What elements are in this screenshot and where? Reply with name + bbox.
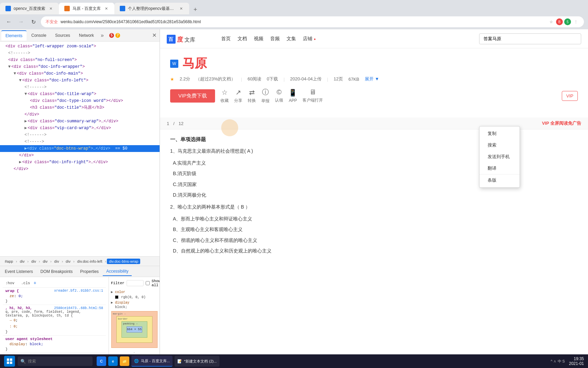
star-icon: ★ xyxy=(170,77,174,82)
nav-store[interactable]: 店铺 ● xyxy=(303,34,316,43)
start-button[interactable] xyxy=(4,356,15,367)
selector-ua: user agent stylesheet xyxy=(5,337,53,341)
devtools-more-button[interactable]: » xyxy=(99,32,106,39)
dom-line[interactable]: </div> xyxy=(0,111,160,118)
taskbar-chrome[interactable]: C xyxy=(97,356,106,366)
tab-elements[interactable]: Elements xyxy=(1,30,27,41)
tab-close-3[interactable]: ✕ xyxy=(178,6,184,11)
dom-line[interactable]: <div class="left-wrapper zoom-scale"> xyxy=(0,43,160,50)
extension2-icon[interactable]: ⋮ xyxy=(572,18,579,25)
ctx-copy[interactable]: 复制 xyxy=(479,128,520,139)
new-tab-button[interactable]: + xyxy=(191,5,200,14)
action-share[interactable]: ↗ 分享 xyxy=(234,88,242,104)
dom-line[interactable]: ▶<div class="doc-info-right">…</div> xyxy=(0,159,160,166)
tab-opencv-tutorial[interactable]: 个人整理的opencv最基本入门教程 ✕ xyxy=(114,3,189,14)
action-collect[interactable]: ☆ 收藏 xyxy=(220,88,229,104)
separator3: | xyxy=(327,77,328,82)
taskbar-search[interactable]: 🔍 搜索 xyxy=(18,356,93,366)
warning-count-badge: 7 xyxy=(115,33,120,38)
back-button[interactable]: ← xyxy=(4,17,14,27)
nav-home[interactable]: 首页 xyxy=(221,34,231,43)
bc-item-doc-info-left[interactable]: div.doc-info-left xyxy=(75,259,104,264)
source-wrap[interactable]: xreader.bf2..91bb7.css:1 xyxy=(54,289,103,293)
source-dl[interactable]: 2580ce16473..68b.html:58 xyxy=(54,306,103,310)
dom-line[interactable]: ▼<div class="doc-info-wrapper"> xyxy=(0,63,160,70)
dom-line[interactable]: ▼<div class="doc-title-wrap"> xyxy=(0,91,160,97)
taskbar-edge[interactable]: e xyxy=(108,356,118,366)
tab-favicon-2 xyxy=(64,6,70,11)
doc-downloads: 0下载 xyxy=(267,76,278,82)
tab-opencv-search[interactable]: opencv_百度搜索 ✕ xyxy=(0,3,59,14)
devtools-panel: Elements Console Sources Network » 5 7 ✕… xyxy=(0,29,160,368)
tab-sources[interactable]: Sources xyxy=(51,30,74,41)
action-app[interactable]: 📱 APP xyxy=(289,89,297,103)
collect-icon: ☆ xyxy=(222,88,228,96)
bc-item-app[interactable]: #app xyxy=(3,259,15,264)
tab-network[interactable]: Network xyxy=(75,30,98,41)
tab-dom-breakpoints[interactable]: DOM Breakpoints xyxy=(37,267,76,276)
action-report[interactable]: ⓘ 举报 xyxy=(261,88,270,104)
nav-docs[interactable]: 文档 xyxy=(238,34,247,43)
search-input[interactable] xyxy=(479,33,581,44)
action-client[interactable]: 🖥 客户端打开 xyxy=(303,88,323,103)
dom-line[interactable]: ▼<div class="doc-info-left"> xyxy=(0,77,160,84)
bc-item-div2[interactable]: div xyxy=(29,259,38,264)
ctx-strip[interactable]: 条版 xyxy=(479,174,520,186)
doc-body: 复制 搜索 发送到手机 翻译 条版 一、单项选择题 1、马克思主义最崇高的社会理… xyxy=(160,129,588,264)
taskbar-active-app[interactable]: 🌐 马原 - 百度文库... xyxy=(131,356,173,367)
bc-item-div3[interactable]: div xyxy=(41,259,50,264)
forward-button[interactable]: → xyxy=(16,17,26,27)
dom-line[interactable]: ▶<div class="vip-card-wrap">…</div> xyxy=(0,125,160,132)
filter-row: :hov .cls + xyxy=(3,279,106,288)
vip-download-button[interactable]: VIP免费下载 xyxy=(170,89,215,103)
tab-properties[interactable]: Properties xyxy=(77,267,102,276)
dom-line[interactable]: <!-----> xyxy=(0,138,160,145)
bc-item-div5[interactable]: div xyxy=(64,259,72,264)
bookmark-icon[interactable]: ☆ xyxy=(548,18,555,25)
taskbar-explorer[interactable]: 📁 xyxy=(120,356,129,366)
dom-line[interactable]: <!------> xyxy=(0,84,160,91)
show-all-checkbox[interactable] xyxy=(146,281,150,285)
doc-expand[interactable]: 展开 ▼ xyxy=(365,76,379,82)
dom-line[interactable]: <div class="no-full-screen"> xyxy=(0,57,160,63)
tab-title-2: 马原 - 百度文库 xyxy=(72,6,101,12)
dom-line[interactable]: ▶<div class="doc-summary-wrap">…</div> xyxy=(0,118,160,125)
dom-line[interactable]: </div> xyxy=(0,152,160,159)
add-style-button[interactable]: + xyxy=(33,280,36,286)
taskbar-notepad[interactable]: 📝 *新建文本文档 (2)... xyxy=(175,356,219,367)
dom-line[interactable]: <div class="doc-type-icon word"></div> xyxy=(0,97,160,104)
collect-label: 收藏 xyxy=(220,98,229,104)
bc-item-doc-btns-wrap[interactable]: div.doc-btns-wrap xyxy=(107,259,140,264)
tab-mayuan[interactable]: 马原 - 百度文库 ✕ xyxy=(59,3,114,14)
tab-event-listeners[interactable]: Event Listeners xyxy=(1,267,36,276)
dom-line[interactable]: ▼<div class="doc-info-main"> xyxy=(0,70,160,77)
ctx-translate[interactable]: 翻译 xyxy=(479,163,520,174)
nav-audio[interactable]: 音频 xyxy=(270,34,280,43)
bc-item-div1[interactable]: div xyxy=(18,259,27,264)
action-claim[interactable]: © 认领 xyxy=(275,88,283,103)
dom-line[interactable]: <h3 class="doc-title">马原</h3> xyxy=(0,104,160,111)
share-icon: ↗ xyxy=(235,88,241,96)
tab-accessibility[interactable]: Accessibility xyxy=(103,267,132,276)
bc-item-div4[interactable]: div xyxy=(52,259,61,264)
ctx-search[interactable]: 搜索 xyxy=(479,139,520,151)
filter-input[interactable] xyxy=(127,280,144,286)
dom-line-selected[interactable]: ▶<div class="doc-btns-wrap">…</div> == $… xyxy=(0,145,160,152)
dom-line[interactable]: <!------> xyxy=(0,132,160,138)
tab-close-2[interactable]: ✕ xyxy=(103,6,109,11)
dom-line[interactable]: </div> xyxy=(0,166,160,172)
nav-collection[interactable]: 文集 xyxy=(287,34,296,43)
profile-icon[interactable]: B xyxy=(556,18,563,25)
devtools-close-button[interactable]: ✕ xyxy=(150,31,158,40)
extension-icon[interactable]: 5 xyxy=(564,18,571,25)
refresh-button[interactable]: ↻ xyxy=(29,17,38,27)
address-bar[interactable]: 不安全 wenku.baidu.com/view/2580ce164736106… xyxy=(41,16,584,27)
tab-console[interactable]: Console xyxy=(27,30,50,41)
nav-video[interactable]: 视频 xyxy=(254,34,263,43)
doc-reads: 60阅读 xyxy=(248,76,261,82)
page-vip-label[interactable]: VIP 全屏阅读免广告 xyxy=(542,120,581,126)
tab-close-1[interactable]: ✕ xyxy=(48,6,53,11)
ctx-send-phone[interactable]: 发送到手机 xyxy=(479,151,520,163)
dom-line[interactable]: <!------> xyxy=(0,50,160,57)
action-convert[interactable]: ⇄ 转换 xyxy=(248,88,256,104)
